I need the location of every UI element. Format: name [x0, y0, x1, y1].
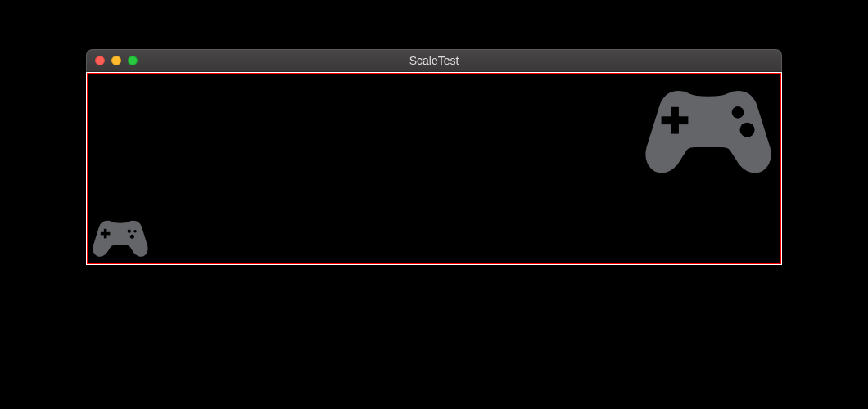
- minimize-button[interactable]: [111, 56, 121, 65]
- close-button[interactable]: [95, 56, 105, 65]
- svg-rect-6: [662, 116, 689, 124]
- gamecontroller-icon: [91, 216, 150, 260]
- content-area: [86, 72, 782, 265]
- traffic-lights: [95, 56, 138, 65]
- svg-rect-1: [101, 232, 111, 236]
- svg-point-8: [740, 123, 755, 137]
- maximize-button[interactable]: [128, 56, 138, 65]
- window-title: ScaleTest: [87, 54, 781, 67]
- svg-point-4: [130, 235, 134, 239]
- svg-point-3: [133, 230, 137, 233]
- gamecontroller-icon: [641, 80, 775, 177]
- svg-point-2: [128, 230, 131, 233]
- titlebar[interactable]: ScaleTest: [86, 49, 782, 72]
- svg-point-7: [732, 106, 744, 119]
- app-window: ScaleTest: [86, 49, 782, 265]
